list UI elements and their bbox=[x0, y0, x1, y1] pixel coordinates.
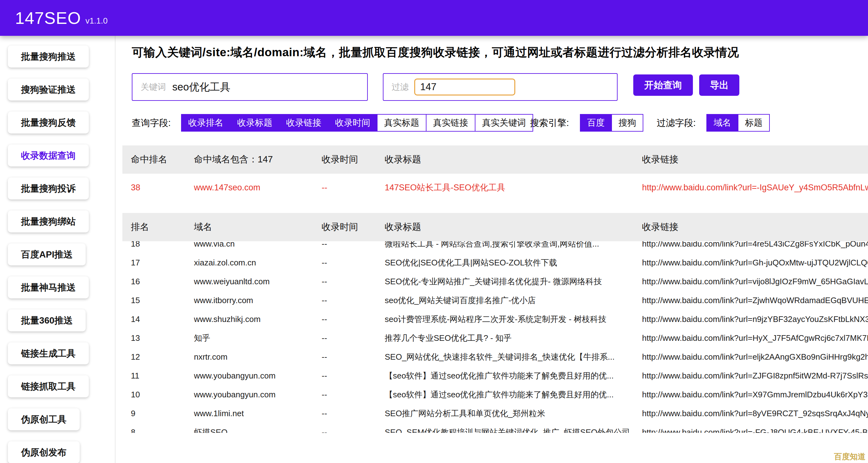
toggle-option[interactable]: 标题 bbox=[738, 115, 769, 131]
table-row: 13知乎--推荐几个专业SEO优化工具? - 知乎http://www.baid… bbox=[122, 328, 868, 347]
sidebar-item[interactable]: 百度API推送 bbox=[8, 243, 86, 265]
table-cell: -- bbox=[322, 241, 385, 249]
table-row: 17xiazai.zol.com.cn--SEO优化|SEO优化工具|网站SEO… bbox=[122, 253, 868, 272]
table-cell: 虾摸SEO bbox=[194, 427, 322, 433]
table-cell: SEO推广网站分析工具和单页优化_郑州粒米 bbox=[385, 408, 642, 419]
start-query-button[interactable]: 开始查询 bbox=[633, 75, 693, 96]
sidebar-item[interactable]: 链接抓取工具 bbox=[8, 375, 89, 397]
toggle-option[interactable]: 百度 bbox=[581, 115, 611, 131]
sidebar-item[interactable]: 链接生成工具 bbox=[8, 342, 89, 365]
table-cell: 微啦站长工具 - 网站综合查询,搜索引擎收录查询,网站价值... bbox=[385, 241, 642, 250]
sidebar-item[interactable]: 批量360推送 bbox=[8, 310, 86, 331]
toggle-option[interactable]: 收录时间 bbox=[328, 115, 377, 131]
sidebar-item[interactable]: 伪原创工具 bbox=[8, 408, 80, 430]
link-cell[interactable]: http://www.baidu.com/link?url=ZJFGI8zpnf… bbox=[642, 371, 868, 381]
column-header: 命中排名 bbox=[122, 153, 194, 166]
link-cell[interactable]: http://www.baidu.com/link?url=-FG-J8QUG4… bbox=[642, 428, 868, 433]
column-header: 命中域名包含：147 bbox=[194, 153, 322, 166]
table-header-row: 排名域名收录时间收录标题收录链接 bbox=[122, 213, 868, 241]
table-header-row: 命中排名命中域名包含：147收录时间收录标题收录链接 bbox=[122, 145, 868, 174]
table-cell: www.weiyuanltd.com bbox=[194, 277, 322, 287]
table-cell: www.youbangyun.com bbox=[194, 390, 322, 400]
table-cell: 知乎 bbox=[194, 332, 322, 344]
sidebar-item[interactable]: 批量搜狗反馈 bbox=[8, 112, 89, 134]
sidebar-item[interactable]: 收录数据查询 bbox=[8, 144, 89, 167]
link-cell[interactable]: http://www.baidu.com/link?url=8yVE9RCZT_… bbox=[642, 409, 868, 418]
table-cell: www.itborry.com bbox=[194, 296, 322, 305]
toggle-option[interactable]: 真实关键词 bbox=[475, 115, 532, 131]
table-cell: seo计费管理系统-网站程序二次开发-系统定制开发 - 树枝科技 bbox=[385, 314, 642, 325]
table-cell: 10 bbox=[122, 390, 194, 400]
table-row: 14www.shuzhikj.com--seo计费管理系统-网站程序二次开发-系… bbox=[122, 310, 868, 328]
table-cell: 12 bbox=[122, 352, 194, 362]
link-cell[interactable]: http://www.baidu.com/link?url=-IgSAUeY_y… bbox=[642, 183, 868, 193]
sidebar-item[interactable]: 批量神马推送 bbox=[8, 277, 89, 298]
link-cell[interactable]: http://www.baidu.com/link?url=4re5L43iCZ… bbox=[642, 241, 868, 249]
query-fields-label: 查询字段: bbox=[132, 114, 171, 132]
table-cell: -- bbox=[322, 371, 385, 381]
table-cell: SEO优化|SEO优化工具|网站SEO-ZOL软件下载 bbox=[385, 257, 642, 268]
column-header: 收录时间 bbox=[322, 221, 385, 233]
link-cell[interactable]: http://www.baidu.com/link?url=ZjwhWqoWRd… bbox=[642, 296, 868, 305]
toggle-option[interactable]: 搜狗 bbox=[611, 115, 643, 131]
table-cell: www.via.cn bbox=[194, 241, 322, 249]
table-cell: -- bbox=[322, 409, 385, 418]
engine-group: 百度搜狗 bbox=[580, 114, 643, 132]
table-cell: 38 bbox=[122, 183, 194, 193]
table-cell: www.youbangyun.com bbox=[194, 371, 322, 381]
table-cell: 18 bbox=[122, 241, 194, 249]
column-header: 收录链接 bbox=[642, 221, 868, 233]
export-button[interactable]: 导出 bbox=[699, 75, 739, 96]
toggle-option[interactable]: 真实标题 bbox=[377, 115, 426, 131]
table-cell: 【seo软件】通过seo优化推广软件功能来了解免费且好用的优... bbox=[385, 370, 642, 381]
search-engine-label: 搜索引擎: bbox=[530, 114, 569, 132]
toggle-option[interactable]: 收录排名 bbox=[182, 115, 230, 131]
sidebar-item[interactable]: 伪原创发布 bbox=[8, 441, 80, 463]
table-row: 8虾摸SEO--SEO_SEM优化教程培训与网站关键词优化_推广_虾摸SEO外包… bbox=[122, 423, 868, 433]
table-cell: -- bbox=[322, 352, 385, 362]
toggle-option[interactable]: 收录链接 bbox=[279, 115, 328, 131]
link-cell[interactable]: http://www.baidu.com/link?url=n9jzYBF32a… bbox=[642, 314, 868, 324]
sidebar-item[interactable]: 搜狗验证推送 bbox=[8, 79, 89, 100]
table-cell: xiazai.zol.com.cn bbox=[194, 258, 322, 268]
table-cell: www.147seo.com bbox=[194, 183, 322, 193]
table-row: 11www.youbangyun.com--【seo软件】通过seo优化推广软件… bbox=[122, 366, 868, 385]
sidebar-item[interactable]: 批量搜狗投诉 bbox=[8, 177, 89, 199]
table-cell: -- bbox=[322, 390, 385, 400]
table-cell: www.shuzhikj.com bbox=[194, 314, 322, 324]
watermark-badge: 百度知道 bbox=[834, 452, 866, 462]
filter-input[interactable] bbox=[414, 79, 515, 95]
link-cell[interactable]: http://www.baidu.com/link?url=Gh-juQOxMt… bbox=[642, 258, 868, 268]
column-header: 收录标题 bbox=[385, 221, 642, 233]
keyword-label: 关键词 bbox=[141, 81, 166, 93]
sidebar-item[interactable]: 批量搜狗绑站 bbox=[8, 210, 89, 232]
table-cell: 推荐几个专业SEO优化工具? - 知乎 bbox=[385, 332, 642, 344]
column-header: 域名 bbox=[194, 221, 322, 233]
filter-label: 过滤 bbox=[392, 81, 409, 93]
page-title: 可输入关键词/site:域名/domain:域名，批量抓取百度搜狗收录链接，可通… bbox=[132, 45, 739, 60]
table-cell: 9 bbox=[122, 409, 194, 418]
toggle-option[interactable]: 域名 bbox=[707, 115, 738, 131]
toggle-option[interactable]: 真实链接 bbox=[426, 115, 475, 131]
filter-field-label: 过滤字段: bbox=[657, 114, 696, 132]
keyword-input[interactable] bbox=[172, 81, 348, 93]
table-cell: 147SEO站长工具-SEO优化工具 bbox=[385, 182, 642, 193]
result-table-body[interactable]: 18www.via.cn--微啦站长工具 - 网站综合查询,搜索引擎收录查询,网… bbox=[122, 241, 868, 433]
link-cell[interactable]: http://www.baidu.com/link?url=X97GmmJrem… bbox=[642, 390, 868, 400]
table-row: 9www.1limi.net--SEO推广网站分析工具和单页优化_郑州粒米htt… bbox=[122, 404, 868, 423]
table-cell: SEO_SEM优化教程培训与网站关键词优化_推广_虾摸SEO外包公司 bbox=[385, 427, 642, 433]
link-cell[interactable]: http://www.baidu.com/link?url=HyX_J7F5Af… bbox=[642, 333, 868, 343]
column-header: 收录标题 bbox=[385, 153, 642, 166]
table-cell: 8 bbox=[122, 428, 194, 433]
toggle-option[interactable]: 收录标题 bbox=[230, 115, 279, 131]
column-header: 排名 bbox=[122, 221, 194, 233]
sidebar-item[interactable]: 批量搜狗推送 bbox=[8, 46, 89, 67]
hit-table: 命中排名命中域名包含：147收录时间收录标题收录链接38www.147seo.c… bbox=[122, 145, 868, 201]
table-cell: -- bbox=[322, 314, 385, 324]
app-logo: 147SEO bbox=[15, 8, 81, 28]
link-cell[interactable]: http://www.baidu.com/link?url=eljk2AAngG… bbox=[642, 352, 868, 362]
table-row: 10www.youbangyun.com--【seo软件】通过seo优化推广软件… bbox=[122, 385, 868, 404]
link-cell[interactable]: http://www.baidu.com/link?url=vijo8lJgIO… bbox=[642, 277, 868, 287]
table-cell: -- bbox=[322, 277, 385, 287]
sidebar: 批量搜狗推送搜狗验证推送批量搜狗反馈收录数据查询批量搜狗投诉批量搜狗绑站百度AP… bbox=[0, 36, 116, 463]
